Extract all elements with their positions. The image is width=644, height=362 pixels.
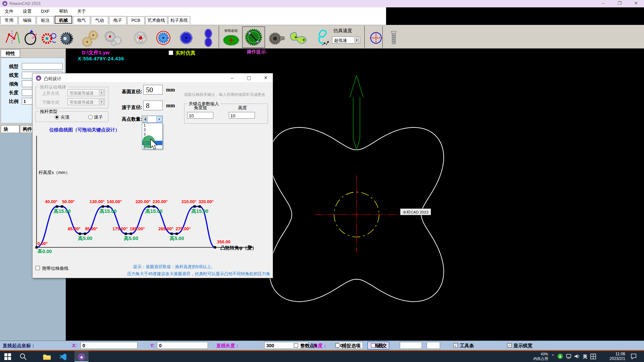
ortho-checkbox[interactable] [371, 343, 375, 348]
linkage-tool-icon[interactable] [4, 28, 21, 47]
angle-value-input[interactable]: 10 [187, 112, 213, 119]
radio-unselected-icon [88, 115, 93, 119]
dialog-maximize-button[interactable]: ▢ [243, 73, 255, 83]
svg-text:130.00°: 130.00° [90, 199, 105, 204]
peak-count-option-6[interactable]: 6 [142, 145, 162, 149]
clock[interactable]: 11:06 2023/2/1 [600, 352, 625, 361]
ribbon-tab-3[interactable]: 机械 [55, 16, 72, 24]
roller-diameter-input[interactable]: 8 [143, 101, 163, 110]
menu-item-1[interactable]: 设置 [18, 7, 36, 14]
antivirus-tray-icon[interactable] [557, 354, 566, 362]
volume-tray-icon[interactable] [574, 354, 583, 362]
rewoncad-taskbar-icon[interactable]: ♣ [77, 352, 86, 361]
open-file-path: D:\文件1.yw [82, 50, 110, 56]
oval-gear-label: 卵形齿轮 [221, 28, 241, 33]
peak-count-dropdown-list[interactable]: 123456 [142, 123, 163, 149]
title-bar: ♣ RewonCAD 2023 – ❐ ✕ [0, 0, 644, 7]
svg-text:265.00°: 265.00° [158, 226, 173, 231]
tray-expand-icon[interactable]: ⌃ [551, 354, 555, 359]
dialog-minimize-button[interactable]: – [226, 73, 238, 83]
belt-pulley-tool-icon[interactable] [288, 28, 309, 47]
ribbon-tab-0[interactable]: 常用 [0, 16, 18, 24]
tab-block[interactable]: 块 [1, 125, 19, 133]
prop-input-0[interactable] [22, 63, 63, 70]
svg-text:95.00°: 95.00° [85, 226, 98, 231]
ribbon-tab-8[interactable]: 艺术曲线 [145, 16, 167, 24]
peak-count-option-1[interactable]: 1 [142, 123, 162, 128]
oval-gear-tool-icon[interactable]: 卵形齿轮 [221, 28, 241, 47]
radio-sharp-tip[interactable]: 尖顶 [55, 114, 69, 120]
menu-item-2[interactable]: DXF [36, 8, 54, 14]
menu-item-3[interactable]: 帮助 [54, 7, 72, 14]
file-explorer-icon[interactable] [43, 352, 52, 361]
elliptical-gear-pair-tool-icon[interactable] [200, 28, 217, 47]
ribbon-tab-5[interactable]: 气动 [91, 16, 108, 24]
ribbon-tab-4[interactable]: 电气 [73, 16, 90, 24]
follower-type-group: 推杆类型 尖顶 滚子 [36, 111, 108, 122]
peak-count-option-3[interactable]: 3 [142, 132, 162, 136]
cam-follower-tool-icon[interactable] [22, 28, 39, 47]
integer-point-checkbox[interactable] [294, 343, 298, 348]
coordinate-origin-tool-icon[interactable] [368, 28, 384, 47]
ribbon-tab-6[interactable]: 电子 [109, 16, 126, 24]
internal-gear-tool-icon[interactable] [154, 28, 171, 47]
snap-options-checkbox[interactable] [335, 343, 340, 348]
prop-label-1: 线宽 [9, 72, 18, 78]
gear-train-tool-icon[interactable] [103, 28, 119, 47]
pin-gear-tool-icon[interactable] [177, 28, 194, 47]
language-indicator[interactable]: 英 [583, 354, 587, 360]
vscode-icon[interactable] [60, 352, 68, 361]
aux-input-2[interactable] [427, 342, 440, 349]
base-diameter-input[interactable]: 50 [143, 85, 163, 95]
cam-design-tool-icon-selected[interactable] [242, 26, 265, 48]
ribbon-tab-1[interactable]: 编辑 [18, 16, 36, 24]
toolbar-visible-checkbox[interactable]: ✓ [453, 343, 458, 348]
ime-icon[interactable] [590, 354, 599, 362]
svg-text:高5.00: 高5.00 [170, 236, 184, 241]
ribbon-tab-7[interactable]: PCB [127, 16, 145, 24]
svg-text:高15.00: 高15.00 [100, 208, 117, 214]
line-start-label: 直线起点坐标： [3, 343, 36, 349]
window-close-button[interactable]: ✕ [629, 0, 643, 7]
dialog-close-button[interactable]: ✕ [260, 73, 271, 83]
geneva-gear-tool-icon[interactable] [40, 28, 57, 47]
height-value-input[interactable]: 10 [229, 112, 255, 119]
peak-count-option-4[interactable]: 4 [142, 136, 162, 141]
notification-center-icon[interactable] [631, 353, 639, 362]
svg-text:凸轮转角φ（度）: 凸轮转角φ（度） [220, 245, 257, 250]
snap-options-label: 捕捉选项 [342, 343, 361, 349]
tab-properties[interactable]: 特性 [1, 49, 20, 57]
network-tray-icon[interactable] [566, 354, 575, 362]
sim-speed-select[interactable]: 超低速 ▼ [332, 37, 360, 44]
chain-sprocket-tool-icon[interactable] [266, 28, 283, 47]
menu-item-0[interactable]: 文件 [0, 7, 18, 14]
menu-item-4[interactable]: 关于 [72, 7, 91, 14]
peak-count-option-5[interactable]: 5 [142, 141, 162, 145]
peak-count-option-2[interactable]: 2 [142, 128, 162, 132]
window-minimize-button[interactable]: – [596, 0, 610, 7]
attach-curve-checkbox[interactable] [36, 266, 40, 270]
realtime-sim-checkbox[interactable] [169, 51, 173, 55]
screw-tool-icon[interactable] [385, 28, 402, 47]
spur-gear-3d-tool-icon[interactable] [58, 28, 75, 47]
start-button[interactable] [4, 352, 13, 361]
svg-text:275.00°: 275.00° [176, 226, 191, 231]
dialog-logo-icon: ♣ [36, 75, 41, 81]
ribbon-tab-2[interactable]: 标注 [37, 16, 54, 24]
window-maximize-button[interactable]: ❐ [613, 0, 626, 7]
peak-count-select[interactable]: 4 ▼ [142, 116, 163, 123]
gear-pair-tool-icon[interactable] [80, 28, 97, 47]
x-input[interactable]: 0 [80, 342, 138, 349]
rise-mode-select[interactable]: 等加速等减速▼ [67, 89, 105, 96]
ring-gear-tool-icon[interactable] [131, 28, 148, 47]
ribbon-tab-9[interactable]: 粒子系统 [168, 16, 190, 24]
show-linewidth-checkbox[interactable]: ✓ [507, 343, 512, 348]
displacement-chart[interactable]: 杆高度s（mm）凸轮转角φ（度）0.00°40.00°50.00°85.00°9… [34, 132, 272, 253]
aux-input-1[interactable] [400, 342, 422, 349]
search-icon[interactable] [19, 352, 28, 361]
radio-roller[interactable]: 滚子 [88, 114, 103, 120]
dialog-title-bar[interactable]: ♣ 凸轮设计 – ▢ ✕ [33, 73, 273, 83]
rope-drive-tool-icon[interactable] [313, 28, 329, 47]
fall-mode-select[interactable]: 等加速等减速▼ [67, 98, 105, 105]
y-input[interactable]: 0 [157, 342, 208, 349]
